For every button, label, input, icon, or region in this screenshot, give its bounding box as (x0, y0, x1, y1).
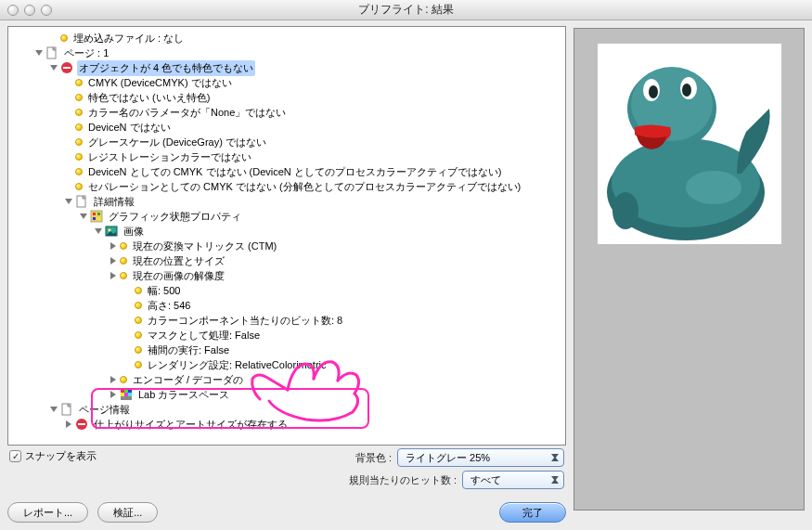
tree-label: レジストレーションカラーではない (86, 149, 253, 165)
svg-rect-20 (78, 423, 85, 425)
tree-label: カラーコンポーネント当たりのビット数: 8 (146, 313, 344, 329)
tree-row[interactable]: 詳細情報 (12, 194, 565, 209)
info-bullet-icon (60, 34, 68, 42)
tree-row[interactable]: ページ情報 (12, 402, 565, 417)
disclosure-down-icon[interactable] (64, 197, 73, 206)
info-bullet-icon (120, 242, 127, 250)
tree-row[interactable]: カラーコンポーネント当たりのビット数: 8 (12, 313, 565, 328)
tree-row[interactable]: DeviceN としての CMYK ではない (DeviceN としてのプロセス… (12, 164, 565, 179)
tree-row[interactable]: カラー名のパラメータが「None」ではない (12, 105, 565, 120)
bgcolor-select[interactable]: ライトグレー 25% (397, 448, 564, 467)
done-button[interactable]: 完了 (499, 502, 566, 523)
tree-label: 特色ではない (いいえ特色) (86, 90, 212, 106)
tree-row[interactable]: Lab カラースペース (12, 387, 565, 402)
tree-row[interactable]: DeviceN ではない (12, 120, 565, 135)
disclosure-spacer (123, 286, 133, 295)
right-panel (574, 20, 812, 530)
svg-rect-8 (97, 217, 100, 220)
svg-point-28 (649, 85, 658, 98)
preview-thumbnail[interactable] (598, 44, 781, 244)
disclosure-down-icon[interactable] (34, 48, 44, 58)
info-bullet-icon (120, 257, 127, 265)
info-bullet-icon (120, 376, 127, 383)
disclosure-spacer (123, 301, 133, 310)
page-icon (75, 195, 88, 208)
tree-label: セパレーションとしての CMYK ではない (分解色としてのプロセスカラーアクテ… (86, 179, 522, 195)
window-title: プリフライト: 結果 (0, 2, 812, 18)
tree-row[interactable]: グレースケール (DeviceGray) ではない (12, 135, 565, 149)
tree-row[interactable]: グラフィック状態プロパティ (12, 209, 565, 224)
results-tree[interactable]: 埋め込みファイル : なしページ : 1オブジェクトが 4 色でも特色でもないC… (7, 26, 566, 446)
disclosure-spacer (123, 316, 133, 325)
tree-row[interactable]: 高さ: 546 (12, 298, 565, 313)
disclosure-spacer (123, 345, 133, 355)
tree-label: DeviceN としての CMYK ではない (DeviceN としてのプロセス… (86, 164, 504, 180)
svg-rect-4 (91, 211, 102, 222)
disclosure-down-icon[interactable] (49, 63, 58, 72)
tree-label: オブジェクトが 4 色でも特色でもない (77, 60, 255, 76)
tree-row[interactable]: 幅: 500 (12, 283, 565, 298)
info-bullet-icon (75, 168, 83, 175)
disclosure-spacer (64, 78, 73, 87)
hits-select[interactable]: すべて (462, 471, 564, 489)
info-bullet-icon (75, 79, 83, 86)
info-bullet-icon (75, 109, 83, 116)
tree-label: グレースケール (DeviceGray) ではない (86, 135, 268, 150)
disclosure-right-icon[interactable] (109, 271, 118, 280)
verify-button[interactable]: 検証... (97, 502, 158, 523)
tree-label: Lab カラースペース (136, 387, 231, 403)
tree-row[interactable]: 特色ではない (いいえ特色) (12, 90, 565, 105)
info-bullet-icon (75, 153, 83, 161)
tree-row[interactable]: マスクとして処理: False (12, 328, 565, 343)
disclosure-right-icon[interactable] (109, 390, 118, 399)
tree-label: 現在の変換マトリックス (CTM) (131, 239, 278, 254)
tree-row[interactable]: 埋め込みファイル : なし (12, 31, 565, 45)
tree-row[interactable]: 現在の変換マトリックス (CTM) (12, 239, 565, 253)
disclosure-spacer (64, 182, 73, 191)
tree-label: 埋め込みファイル : なし (71, 31, 186, 46)
tree-row[interactable]: レジストレーションカラーではない (12, 149, 565, 164)
tree-row[interactable]: 補間の実行: False (12, 343, 565, 357)
tree-label: ページ情報 (77, 402, 132, 418)
svg-rect-13 (128, 389, 132, 393)
tree-row[interactable]: ページ : 1 (12, 45, 565, 60)
controls: ✓ スナップを表示 背景色 : ライトグレー 25% 規則当たりのヒット数 : … (7, 446, 566, 493)
tree-row[interactable]: セパレーションとしての CMYK ではない (分解色としてのプロセスカラーアクテ… (12, 179, 565, 194)
tree-label: 幅: 500 (146, 283, 182, 299)
svg-rect-12 (124, 389, 128, 393)
info-bullet-icon (135, 331, 142, 339)
disclosure-right-icon[interactable] (64, 420, 73, 429)
image-icon (105, 225, 118, 238)
titlebar: プリフライト: 結果 (0, 0, 812, 20)
disclosure-spacer (64, 123, 73, 132)
svg-rect-16 (128, 393, 132, 396)
disclosure-spacer (64, 108, 73, 117)
disclosure-right-icon[interactable] (109, 375, 118, 384)
tree-row[interactable]: 画像 (12, 224, 565, 239)
tree-row[interactable]: レンダリング設定: RelativeColorimetric (12, 357, 565, 372)
tree-label: カラー名のパラメータが「None」ではない (86, 105, 288, 121)
tree-label: 補間の実行: False (146, 343, 231, 358)
duck-image (598, 44, 781, 244)
disclosure-right-icon[interactable] (109, 241, 118, 251)
report-button[interactable]: レポート... (7, 502, 88, 523)
info-bullet-icon (75, 94, 83, 101)
button-row: レポート... 検証... 完了 (7, 502, 566, 523)
tree-row[interactable]: 現在の画像の解像度 (12, 268, 565, 283)
tree-row[interactable]: オブジェクトが 4 色でも特色でもない (12, 60, 565, 75)
warn-icon (75, 418, 88, 431)
tree-label: 仕上がりサイズとアートサイズが存在する (92, 417, 290, 433)
bgcolor-label: 背景色 : (355, 451, 392, 465)
tree-row[interactable]: CMYK (DeviceCMYK) ではない (12, 75, 565, 90)
disclosure-down-icon[interactable] (79, 212, 88, 221)
disclosure-down-icon[interactable] (94, 226, 103, 236)
tree-row[interactable]: 仕上がりサイズとアートサイズが存在する (12, 417, 565, 432)
info-bullet-icon (135, 346, 142, 354)
tree-row[interactable]: 現在の位置とサイズ (12, 253, 565, 268)
disclosure-right-icon[interactable] (109, 256, 118, 265)
tree-row[interactable]: エンコーダ / デコーダの (12, 372, 565, 387)
disclosure-down-icon[interactable] (49, 405, 58, 414)
warn-icon (60, 61, 73, 74)
tree-label: レンダリング設定: RelativeColorimetric (146, 357, 329, 373)
disclosure-spacer (64, 152, 73, 162)
